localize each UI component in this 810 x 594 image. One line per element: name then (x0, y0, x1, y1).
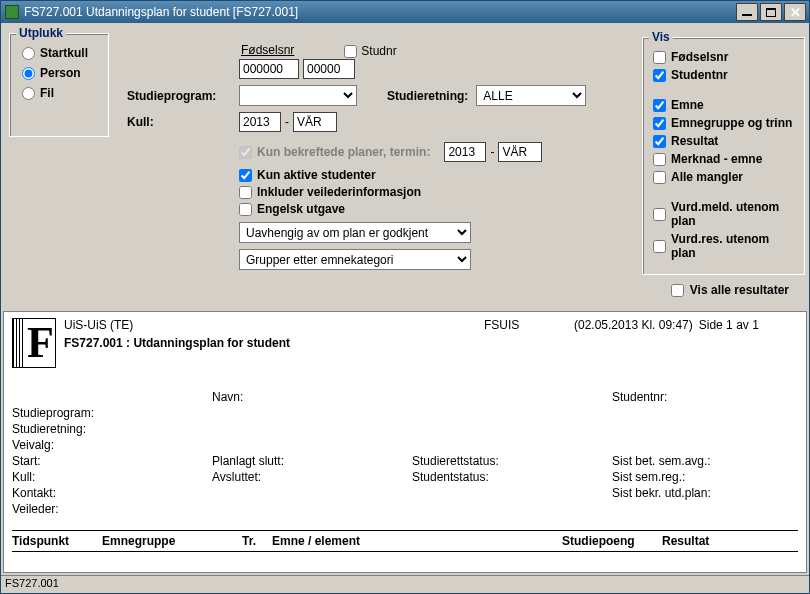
radio-person-input[interactable] (22, 67, 35, 80)
fodselsnr2-input[interactable] (303, 59, 355, 79)
studieretning-label: Studieretning: (387, 89, 468, 103)
radio-fil-input[interactable] (22, 87, 35, 100)
vis-fieldset: Vis Fødselsnr Studentnr Emne Emnegruppe … (642, 37, 805, 275)
lbl-sist-reg: Sist sem.reg.: (612, 470, 792, 484)
aktive-checkbox[interactable] (239, 169, 252, 182)
col-tr: Tr. (242, 534, 272, 548)
vis-studentnr[interactable]: Studentnr (653, 68, 796, 82)
studnr-checkbox[interactable] (344, 45, 357, 58)
bekreft-checkbox (239, 146, 252, 159)
radio-fil-label: Fil (40, 86, 54, 100)
bekreft-row: Kun bekreftede planer, termin: - (127, 142, 637, 162)
window-title: FS727.001 Utdanningsplan for student [FS… (24, 5, 734, 19)
vis-vurdmeld[interactable]: Vurd.meld. utenom plan (653, 200, 796, 228)
col-studiepoeng: Studiepoeng (562, 534, 662, 548)
studieprogram-select[interactable] (239, 85, 357, 106)
kull-term-input[interactable] (293, 112, 337, 132)
col-emnegruppe: Emnegruppe (102, 534, 242, 548)
lbl-studierettstatus: Studierettstatus: (412, 454, 612, 468)
aktive-label: Kun aktive studenter (257, 168, 376, 182)
engelsk-label: Engelsk utgave (257, 202, 345, 216)
godkjent-row: Uavhengig av om plan er godkjent (239, 222, 637, 243)
vis-legend: Vis (649, 30, 673, 44)
statusbar-text: FS727.001 (5, 577, 59, 589)
radio-person[interactable]: Person (20, 66, 98, 80)
report-logo: F (12, 318, 56, 368)
studieprogram-row: Studieprogram: Studieretning: ALLE (127, 85, 637, 106)
report-inst: UiS-UiS (TE) (64, 318, 484, 332)
bekreft-label: Kun bekreftede planer, termin: (257, 145, 430, 159)
col-tidspunkt: Tidspunkt (12, 534, 102, 548)
vis-fodselsnr[interactable]: Fødselsnr (653, 50, 796, 64)
minimize-button[interactable] (736, 3, 758, 21)
report-area: F UiS-UiS (TE) FSUIS (02.05.2013 Kl. 09:… (3, 311, 807, 573)
lbl-sist-bekr: Sist bekr. utd.plan: (612, 486, 792, 500)
lbl-studentstatus: Studentstatus: (412, 470, 612, 484)
vis-merknad[interactable]: Merknad - emne (653, 152, 796, 166)
kull-year-input[interactable] (239, 112, 281, 132)
radio-fil[interactable]: Fil (20, 86, 98, 100)
form-panel: Fødselsnr Studnr Studieprogram: (127, 29, 637, 276)
vis-alle-checkbox[interactable] (671, 284, 684, 297)
vis-allemangler[interactable]: Alle mangler (653, 170, 796, 184)
vis-emne[interactable]: Emne (653, 98, 796, 112)
lbl-studieretning: Studieretning: (12, 422, 212, 436)
lbl-navn: Navn: (212, 390, 412, 404)
col-emne: Emne / element (272, 534, 562, 548)
studieretning-select[interactable]: ALLE (476, 85, 586, 106)
veileder-checkbox[interactable] (239, 186, 252, 199)
engelsk-checkbox[interactable] (239, 203, 252, 216)
report-system: FSUIS (484, 318, 574, 332)
gruppe-select[interactable]: Grupper etter emnekategori (239, 249, 471, 270)
window: FS727.001 Utdanningsplan for student [FS… (0, 0, 810, 594)
report-page: Side 1 av 1 (699, 318, 759, 332)
vis-resultat[interactable]: Resultat (653, 134, 796, 148)
maximize-button[interactable] (760, 3, 782, 21)
bekreft-year-input[interactable] (444, 142, 486, 162)
bekreft-term-input[interactable] (498, 142, 542, 162)
col-resultat: Resultat (662, 534, 719, 548)
report-timestamp: (02.05.2013 Kl. 09:47) (574, 318, 693, 332)
lbl-planlagt-slutt: Planlagt slutt: (212, 454, 412, 468)
vis-vurdres[interactable]: Vurd.res. utenom plan (653, 232, 796, 260)
vis-alle-label: Vis alle resultater (690, 283, 789, 297)
vis-alle-row[interactable]: Vis alle resultater (671, 283, 789, 297)
app-icon (5, 5, 19, 19)
close-button[interactable]: ✕ (784, 3, 806, 21)
titlebar: FS727.001 Utdanningsplan for student [FS… (1, 1, 809, 23)
godkjent-select[interactable]: Uavhengig av om plan er godkjent (239, 222, 471, 243)
kull-row: Kull: - (127, 112, 637, 132)
report-header: F UiS-UiS (TE) FSUIS (02.05.2013 Kl. 09:… (12, 318, 798, 368)
veileder-label: Inkluder veilederinformasjon (257, 185, 421, 199)
statusbar: FS727.001 (1, 575, 809, 593)
fodselsnr1-input[interactable] (239, 59, 299, 79)
lbl-kontakt: Kontakt: (12, 486, 212, 500)
lbl-veivalg: Veivalg: (12, 438, 212, 452)
fodselsnr-label: Fødselsnr (241, 43, 294, 57)
report-columns: Tidspunkt Emnegruppe Tr. Emne / element … (12, 530, 798, 552)
controls-panel: Utplukk Startkull Person Fil Fødselsnr (1, 23, 809, 309)
engelsk-row[interactable]: Engelsk utgave (239, 202, 637, 216)
studnr-label: Studnr (361, 44, 396, 58)
vis-emnegruppe[interactable]: Emnegruppe og trinn (653, 116, 796, 130)
dash: - (285, 115, 289, 129)
fodselsnr-row: Fødselsnr Studnr (127, 43, 637, 79)
window-buttons: ✕ (734, 3, 806, 21)
lbl-veileder-rpt: Veileder: (12, 502, 212, 516)
utplukk-fieldset: Utplukk Startkull Person Fil (9, 33, 109, 137)
radio-startkull-input[interactable] (22, 47, 35, 60)
radio-startkull[interactable]: Startkull (20, 46, 98, 60)
kull-label: Kull: (127, 115, 239, 129)
studieprogram-label: Studieprogram: (127, 89, 239, 103)
radio-startkull-label: Startkull (40, 46, 88, 60)
veileder-row[interactable]: Inkluder veilederinformasjon (239, 185, 637, 199)
radio-person-label: Person (40, 66, 81, 80)
lbl-studentnr: Studentnr: (612, 390, 792, 404)
lbl-kull: Kull: (12, 470, 212, 484)
aktive-row[interactable]: Kun aktive studenter (239, 168, 637, 182)
report-body: Navn: Studentnr: Studieprogram: Studiere… (12, 390, 798, 552)
lbl-avsluttet: Avsluttet: (212, 470, 412, 484)
lbl-sist-bet: Sist bet. sem.avg.: (612, 454, 792, 468)
utplukk-legend: Utplukk (16, 26, 66, 40)
lbl-studieprogram: Studieprogram: (12, 406, 212, 420)
